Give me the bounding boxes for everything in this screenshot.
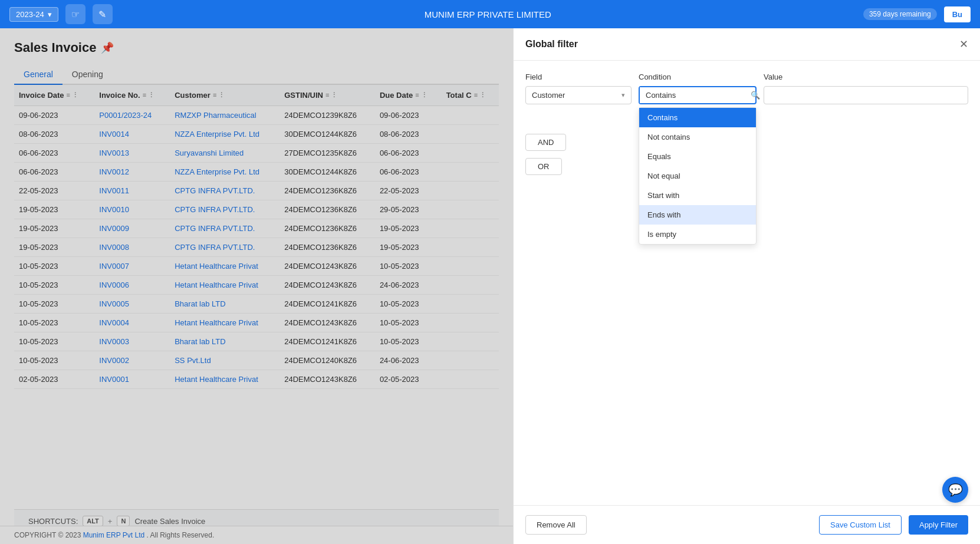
cell-customer[interactable]: NZZA Enterprise Pvt. Ltd bbox=[170, 125, 279, 144]
table-row: 19-05-2023INV0010CPTG INFRA PVT.LTD.24DE… bbox=[14, 200, 499, 219]
cell-invoice[interactable]: INV0007 bbox=[94, 257, 170, 276]
col-gstin: GSTIN/UIN ≡ ⋮ bbox=[279, 85, 375, 106]
cell-invoice[interactable]: INV0008 bbox=[94, 238, 170, 257]
cell-date: 10-05-2023 bbox=[14, 351, 94, 370]
cell-invoice[interactable]: INV0012 bbox=[94, 163, 170, 182]
or-button[interactable]: OR bbox=[525, 158, 562, 175]
dropdown-item[interactable]: Is empty bbox=[639, 225, 756, 244]
cell-invoice[interactable]: INV0011 bbox=[94, 182, 170, 200]
edit-icon-button[interactable]: ✎ bbox=[93, 4, 113, 24]
cell-total bbox=[442, 182, 499, 200]
cell-customer[interactable]: CPTG INFRA PVT.LTD. bbox=[170, 219, 279, 238]
cell-date: 09-06-2023 bbox=[14, 106, 94, 125]
condition-input[interactable] bbox=[640, 87, 751, 103]
cell-customer[interactable]: CPTG INFRA PVT.LTD. bbox=[170, 238, 279, 257]
dropdown-item[interactable]: Equals bbox=[639, 147, 756, 166]
field-selector[interactable]: Customer ▾ bbox=[525, 86, 632, 104]
dropdown-item[interactable]: Start with bbox=[639, 186, 756, 205]
dropdown-item[interactable]: Not equal bbox=[639, 166, 756, 186]
col-invoice-no: Invoice No. ≡ ⋮ bbox=[94, 85, 170, 106]
condition-label: Condition bbox=[639, 72, 757, 81]
footer-company-link[interactable]: Munim ERP Pvt Ltd bbox=[83, 531, 144, 539]
cell-gstin: 27DEMCO1235K8Z6 bbox=[279, 144, 375, 163]
global-filter-panel: Global filter ✕ Field Condition Value Cu… bbox=[513, 28, 980, 544]
cell-customer[interactable]: Hetant Healthcare Privat bbox=[170, 276, 279, 295]
touch-icon-button[interactable]: ☞ bbox=[65, 4, 85, 24]
cell-gstin: 30DEMCO1244K8Z6 bbox=[279, 125, 375, 144]
table-row: 19-05-2023INV0009CPTG INFRA PVT.LTD.24DE… bbox=[14, 219, 499, 238]
cell-invoice[interactable]: INV0004 bbox=[94, 314, 170, 332]
close-filter-button[interactable]: ✕ bbox=[959, 38, 968, 51]
table-row: 10-05-2023INV0006Hetant Healthcare Priva… bbox=[14, 276, 499, 295]
col-total: Total C ≡ ⋮ bbox=[442, 85, 499, 106]
cell-customer[interactable]: Hetant Healthcare Privat bbox=[170, 314, 279, 332]
col-sort-icons[interactable]: ≡ ⋮ bbox=[67, 91, 78, 99]
cell-gstin: 24DEMCO1243K8Z6 bbox=[279, 370, 375, 389]
cell-total bbox=[442, 295, 499, 314]
cell-date: 02-05-2023 bbox=[14, 370, 94, 389]
days-remaining-badge: 359 days remaining bbox=[863, 8, 937, 20]
col-sort-icons-3[interactable]: ≡ ⋮ bbox=[213, 91, 225, 99]
col-sort-icons-5[interactable]: ≡ ⋮ bbox=[415, 91, 427, 99]
tab-opening[interactable]: Opening bbox=[63, 65, 113, 85]
table-row: 19-05-2023INV0008CPTG INFRA PVT.LTD.24DE… bbox=[14, 238, 499, 257]
remove-all-button[interactable]: Remove All bbox=[525, 515, 587, 535]
cell-customer[interactable]: Suryavanshi Limited bbox=[170, 144, 279, 163]
buy-button[interactable]: Bu bbox=[944, 6, 971, 22]
col-due-date: Due Date ≡ ⋮ bbox=[375, 85, 442, 106]
value-input[interactable] bbox=[764, 86, 968, 104]
cell-invoice[interactable]: INV0013 bbox=[94, 144, 170, 163]
condition-input-wrapper: 🔍 bbox=[639, 86, 757, 104]
table-row: 06-06-2023INV0013Suryavanshi Limited27DE… bbox=[14, 144, 499, 163]
cell-invoice[interactable]: INV0010 bbox=[94, 200, 170, 219]
company-name: MUNIM ERP PRIVATE LIMITED bbox=[120, 9, 856, 19]
table-body: 09-06-2023P0001/2023-24RMZXP Pharmaceuti… bbox=[14, 106, 499, 389]
and-button[interactable]: AND bbox=[525, 134, 566, 151]
year-selector[interactable]: 2023-24 ▾ bbox=[9, 7, 58, 22]
cell-date: 22-05-2023 bbox=[14, 182, 94, 200]
cell-total bbox=[442, 351, 499, 370]
left-panel: Sales Invoice 📌 General Opening Invoice … bbox=[0, 28, 513, 544]
cell-customer[interactable]: CPTG INFRA PVT.LTD. bbox=[170, 200, 279, 219]
table-header-row: Invoice Date ≡ ⋮ Invoice No. ≡ ⋮ bbox=[14, 85, 499, 106]
cell-invoice[interactable]: INV0005 bbox=[94, 295, 170, 314]
cell-invoice[interactable]: INV0003 bbox=[94, 332, 170, 351]
cell-invoice[interactable]: INV0014 bbox=[94, 125, 170, 144]
dropdown-item[interactable]: Not contains bbox=[639, 127, 756, 147]
col-sort-icons-4[interactable]: ≡ ⋮ bbox=[325, 91, 337, 99]
cell-date: 19-05-2023 bbox=[14, 219, 94, 238]
dropdown-item[interactable]: Contains bbox=[639, 108, 756, 127]
cell-due-date: 19-05-2023 bbox=[375, 219, 442, 238]
cell-invoice[interactable]: INV0006 bbox=[94, 276, 170, 295]
cell-due-date: 06-06-2023 bbox=[375, 144, 442, 163]
cell-customer[interactable]: RMZXP Pharmaceutical bbox=[170, 106, 279, 125]
cell-total bbox=[442, 144, 499, 163]
cell-customer[interactable]: Bharat lab LTD bbox=[170, 295, 279, 314]
cell-customer[interactable]: SS Pvt.Ltd bbox=[170, 351, 279, 370]
apply-filter-button[interactable]: Apply Filter bbox=[909, 515, 968, 535]
cell-customer[interactable]: CPTG INFRA PVT.LTD. bbox=[170, 182, 279, 200]
cell-customer[interactable]: Bharat lab LTD bbox=[170, 332, 279, 351]
save-custom-list-button[interactable]: Save Custom List bbox=[819, 515, 902, 535]
cell-invoice[interactable]: INV0002 bbox=[94, 351, 170, 370]
year-label: 2023-24 bbox=[16, 10, 44, 19]
chat-bubble[interactable]: 💬 bbox=[942, 477, 968, 503]
cell-date: 10-05-2023 bbox=[14, 314, 94, 332]
cell-invoice[interactable]: P0001/2023-24 bbox=[94, 106, 170, 125]
chevron-down-icon: ▾ bbox=[48, 10, 52, 19]
cell-gstin: 24DEMCO1239K8Z6 bbox=[279, 106, 375, 125]
cell-customer[interactable]: NZZA Enterprise Pvt. Ltd bbox=[170, 163, 279, 182]
cell-date: 10-05-2023 bbox=[14, 295, 94, 314]
cell-invoice[interactable]: INV0001 bbox=[94, 370, 170, 389]
cell-customer[interactable]: Hetant Healthcare Privat bbox=[170, 370, 279, 389]
field-selected-value: Customer bbox=[532, 91, 565, 100]
col-sort-icons-6[interactable]: ≡ ⋮ bbox=[474, 91, 486, 99]
dropdown-item[interactable]: Ends with bbox=[639, 205, 756, 225]
cell-date: 10-05-2023 bbox=[14, 276, 94, 295]
cell-date: 19-05-2023 bbox=[14, 238, 94, 257]
tab-general[interactable]: General bbox=[14, 65, 63, 85]
col-sort-icons-2[interactable]: ≡ ⋮ bbox=[143, 91, 154, 99]
cell-invoice[interactable]: INV0009 bbox=[94, 219, 170, 238]
cell-customer[interactable]: Hetant Healthcare Privat bbox=[170, 257, 279, 276]
invoice-table: Invoice Date ≡ ⋮ Invoice No. ≡ ⋮ bbox=[14, 85, 499, 389]
